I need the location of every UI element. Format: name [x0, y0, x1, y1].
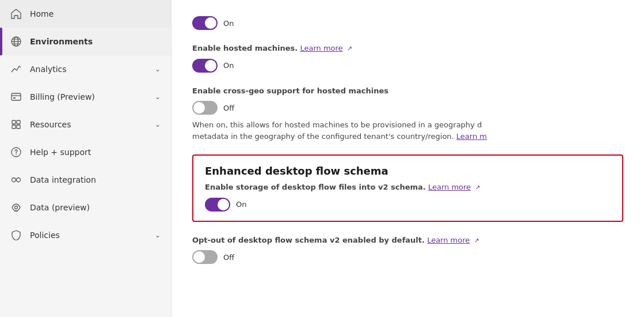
opt-out-learn-link[interactable]: Learn more — [427, 236, 470, 244]
policies-chevron-icon: ⌄ — [155, 231, 161, 239]
hosted-machines-toggle-row: On — [192, 16, 623, 30]
sidebar-environments-label: Environments — [30, 37, 161, 46]
cross-geo-toggle-knob — [193, 102, 205, 114]
opt-out-toggle-knob — [193, 251, 205, 263]
sidebar-data-preview-label: Data (preview) — [30, 203, 161, 212]
sidebar-home-label: Home — [30, 9, 161, 18]
analytics-chevron-icon: ⌄ — [155, 65, 161, 73]
main-content: On Enable hosted machines. Learn more ↗ … — [172, 0, 644, 317]
enhanced-desktop-learn-link[interactable]: Learn more — [428, 183, 471, 191]
cross-geo-title: Enable cross-geo support for hosted mach… — [192, 85, 623, 97]
data-integration-icon — [10, 174, 22, 186]
enhanced-desktop-setting: Enhanced desktop flow schema Enable stor… — [192, 154, 623, 222]
opt-out-toggle[interactable] — [192, 250, 218, 264]
cross-geo-setting: Enable cross-geo support for hosted mach… — [192, 85, 623, 142]
enable-hosted-toggle-label: On — [223, 61, 234, 70]
hosted-machines-toggle-label: On — [223, 19, 234, 28]
enhanced-desktop-desc: Enable storage of desktop flow files int… — [205, 182, 611, 193]
cross-geo-subdesc: When on, this allows for hosted machines… — [192, 119, 623, 142]
enhanced-desktop-toggle-row: On — [205, 198, 611, 212]
opt-out-toggle-row: Off — [192, 250, 623, 264]
help-icon — [10, 146, 22, 158]
cross-geo-toggle-row: Off — [192, 101, 623, 115]
cross-geo-learn-link[interactable]: Learn m — [456, 132, 487, 141]
enhanced-desktop-title: Enhanced desktop flow schema — [205, 165, 611, 177]
enhanced-desktop-toggle-label: On — [236, 200, 246, 209]
chart-icon — [10, 63, 22, 75]
svg-rect-8 — [12, 120, 16, 124]
enhanced-desktop-toggle[interactable] — [205, 198, 230, 212]
billing-icon — [10, 91, 22, 103]
sidebar-item-resources[interactable]: Resources ⌄ — [0, 111, 171, 138]
enable-hosted-machines-link[interactable]: Learn more — [300, 44, 342, 52]
svg-rect-9 — [17, 120, 20, 124]
sidebar-policies-label: Policies — [30, 231, 147, 240]
sidebar: Home Environments Analytics ⌄ Billing (P… — [0, 0, 172, 317]
svg-rect-10 — [12, 125, 16, 129]
sidebar-help-label: Help + support — [30, 148, 161, 157]
sidebar-item-home[interactable]: Home — [0, 0, 171, 28]
svg-point-13 — [16, 154, 16, 155]
resources-chevron-icon: ⌄ — [155, 120, 161, 129]
enhanced-desktop-ext-icon: ↗ — [475, 183, 480, 193]
policies-icon — [10, 229, 22, 241]
sidebar-billing-label: Billing (Preview) — [30, 92, 147, 101]
hosted-machines-toggle-knob — [205, 17, 216, 29]
hosted-machines-setting: On — [192, 16, 623, 30]
sidebar-item-policies[interactable]: Policies ⌄ — [0, 221, 171, 249]
enhanced-desktop-toggle-knob — [218, 199, 229, 210]
billing-chevron-icon: ⌄ — [155, 93, 161, 101]
svg-point-16 — [15, 206, 18, 209]
svg-point-14 — [12, 178, 16, 182]
hosted-machines-toggle[interactable] — [192, 16, 218, 30]
sidebar-item-data-integration[interactable]: Data integration — [0, 166, 171, 194]
enable-hosted-machines-setting: Enable hosted machines. Learn more ↗ On — [192, 43, 623, 73]
home-icon — [10, 8, 22, 20]
sidebar-resources-label: Resources — [30, 120, 147, 129]
sidebar-item-billing[interactable]: Billing (Preview) ⌄ — [0, 83, 171, 111]
cross-geo-toggle[interactable] — [192, 101, 218, 115]
sidebar-item-help[interactable]: Help + support — [0, 138, 171, 166]
opt-out-setting: Opt-out of desktop flow schema v2 enable… — [192, 235, 623, 265]
cross-geo-toggle-label: Off — [223, 104, 234, 112]
sidebar-item-analytics[interactable]: Analytics ⌄ — [0, 55, 171, 83]
resources-icon — [10, 119, 22, 130]
sidebar-item-data-preview[interactable]: Data (preview) — [0, 194, 171, 221]
opt-out-toggle-label: Off — [223, 253, 234, 262]
enable-hosted-toggle-row: On — [192, 59, 623, 73]
sidebar-data-integration-label: Data integration — [30, 175, 161, 184]
svg-point-15 — [17, 178, 21, 182]
sidebar-item-environments[interactable]: Environments — [0, 28, 171, 55]
opt-out-desc: Opt-out of desktop flow schema v2 enable… — [192, 235, 623, 246]
enable-hosted-machines-desc: Enable hosted machines. Learn more ↗ — [192, 43, 623, 54]
globe-icon — [10, 36, 22, 47]
sidebar-analytics-label: Analytics — [30, 65, 147, 74]
enable-hosted-toggle-knob — [205, 60, 216, 71]
svg-rect-7 — [13, 97, 16, 99]
svg-rect-11 — [17, 125, 20, 129]
hosted-machines-ext-icon: ↗ — [347, 44, 352, 54]
svg-rect-5 — [12, 93, 21, 100]
data-preview-icon — [10, 202, 22, 213]
opt-out-ext-icon: ↗ — [474, 236, 479, 246]
enable-hosted-toggle[interactable] — [192, 59, 218, 73]
